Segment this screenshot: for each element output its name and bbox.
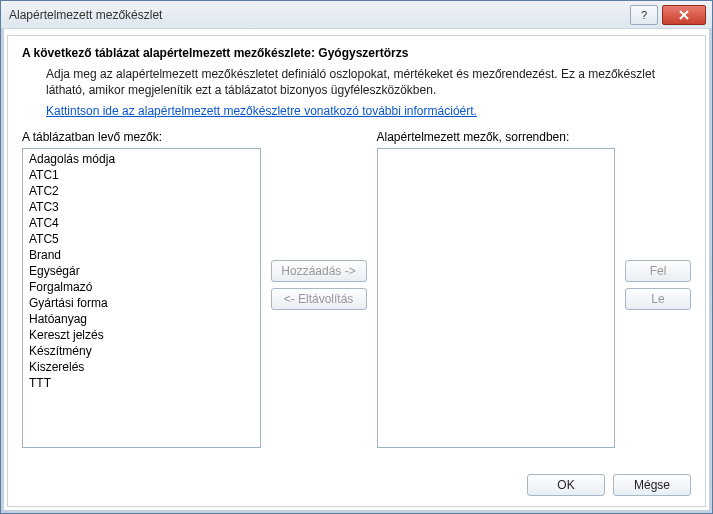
list-item[interactable]: ATC2 <box>27 183 256 199</box>
selected-fields-column: Alapértelmezett mezők, sorrendben: <box>377 130 616 448</box>
list-item[interactable]: ATC5 <box>27 231 256 247</box>
list-item[interactable]: Egységár <box>27 263 256 279</box>
help-icon: ? <box>641 9 647 21</box>
titlebar: Alapértelmezett mezőkészlet ? <box>1 1 712 29</box>
ok-button[interactable]: OK <box>527 474 605 496</box>
transfer-buttons: Hozzáadás -> <- Eltávolítás <box>271 260 367 310</box>
available-fields-label: A táblázatban levő mezők: <box>22 130 261 144</box>
selected-fields-listbox[interactable] <box>377 148 616 448</box>
selected-fields-label: Alapértelmezett mezők, sorrendben: <box>377 130 616 144</box>
dialog-description: Adja meg az alapértelmezett mezőkészlete… <box>46 66 691 98</box>
available-fields-column: A táblázatban levő mezők: Adagolás módja… <box>22 130 261 448</box>
list-item[interactable]: Brand <box>27 247 256 263</box>
list-item[interactable]: TTT <box>27 375 256 391</box>
order-buttons: Fel Le <box>625 260 691 310</box>
window-title: Alapértelmezett mezőkészlet <box>9 8 162 22</box>
close-button[interactable] <box>662 5 706 25</box>
move-down-button[interactable]: Le <box>625 288 691 310</box>
columns: A táblázatban levő mezők: Adagolás módja… <box>22 130 691 464</box>
list-item[interactable]: ATC1 <box>27 167 256 183</box>
help-button[interactable]: ? <box>630 5 658 25</box>
list-item[interactable]: Kereszt jelzés <box>27 327 256 343</box>
move-up-button[interactable]: Fel <box>625 260 691 282</box>
close-icon <box>679 10 689 20</box>
list-item[interactable]: Hatóanyag <box>27 311 256 327</box>
list-item[interactable]: Gyártási forma <box>27 295 256 311</box>
list-item[interactable]: Adagolás módja <box>27 151 256 167</box>
list-item[interactable]: ATC4 <box>27 215 256 231</box>
client-area: A következő táblázat alapértelmezett mez… <box>7 35 706 507</box>
remove-button[interactable]: <- Eltávolítás <box>271 288 367 310</box>
add-button[interactable]: Hozzáadás -> <box>271 260 367 282</box>
dialog-window: Alapértelmezett mezőkészlet ? A következ… <box>0 0 713 514</box>
list-item[interactable]: Kiszerelés <box>27 359 256 375</box>
dialog-heading: A következő táblázat alapértelmezett mez… <box>22 46 691 60</box>
available-fields-listbox[interactable]: Adagolás módjaATC1ATC2ATC3ATC4ATC5BrandE… <box>22 148 261 448</box>
dialog-footer: OK Mégse <box>22 464 691 496</box>
help-link[interactable]: Kattintson ide az alapértelmezett mezőké… <box>46 104 691 118</box>
list-item[interactable]: Készítmény <box>27 343 256 359</box>
cancel-button[interactable]: Mégse <box>613 474 691 496</box>
list-item[interactable]: Forgalmazó <box>27 279 256 295</box>
list-item[interactable]: ATC3 <box>27 199 256 215</box>
